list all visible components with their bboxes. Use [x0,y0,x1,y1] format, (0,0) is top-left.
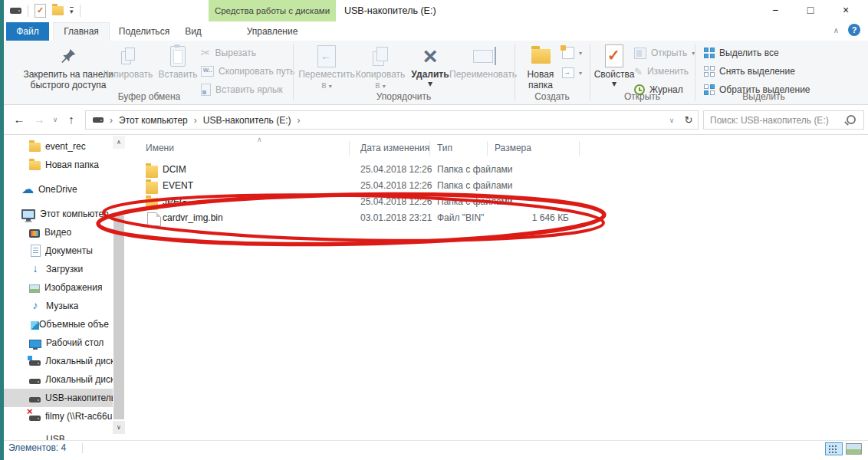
back-button[interactable]: ← [10,110,28,129]
scissors-icon: ✂ [201,46,211,60]
properties-button[interactable]: Свойства ▾ [594,42,634,87]
refresh-icon[interactable]: ↻ [679,114,698,126]
sidebar-item-icon [31,245,41,257]
file-row[interactable]: EVENT 25.04.2018 12:26 Папка с файлами [125,178,868,194]
copy-button[interactable]: Копировать [100,42,156,80]
drive-icon[interactable] [10,8,21,14]
breadcrumb-separator-icon: › [194,115,197,126]
rename-button[interactable]: Переименовать [454,42,512,80]
sidebar-item[interactable]: filmy (\\Rt-ac66u [4,407,113,426]
column-header-size[interactable]: Размера [495,143,531,153]
customize-toolbar-icon[interactable]: ▾ [70,7,74,15]
new-folder-button[interactable]: Новая папка [521,42,561,90]
easy-access-icon [562,67,574,78]
sidebar-item[interactable]: Этот компьютер [4,205,113,223]
sidebar-item[interactable]: USB-накопитель [4,389,113,407]
sidebar-item[interactable]: Видео [4,223,113,242]
sidebar-item[interactable]: Документы [4,242,113,260]
paste-button[interactable]: Вставить [156,42,200,80]
cut-button[interactable]: ✂ Вырезать [201,44,256,61]
sidebar-item[interactable]: Музыка [4,297,113,315]
sort-ascending-icon: ∧ [257,136,262,143]
sidebar-item[interactable]: OneDrive [4,180,113,199]
tab-view[interactable]: Вид [176,22,211,41]
file-date: 25.04.2018 12:26 [360,194,432,210]
dropdown-icon: ▾ [612,80,616,87]
group-label-clipboard: Буфер обмена [5,91,293,102]
sidebar-item-icon [29,360,41,366]
open-button[interactable]: Открыть ▾ [634,44,695,61]
edit-button[interactable]: ✎ Изменить [634,63,689,80]
easy-access-button[interactable]: ▾ [562,64,582,81]
select-all-button[interactable]: Выделить все [704,44,779,61]
column-header-type[interactable]: Тип [437,143,452,153]
column-divider[interactable] [487,141,488,156]
properties-icon[interactable] [35,4,46,18]
maximize-button[interactable]: □ [793,0,828,21]
file-row[interactable]: cardvr_img.bin 03.01.2018 23:21 Файл "BI… [125,210,868,226]
sidebar-item-icon [29,263,41,275]
file-icon [147,212,161,226]
search-input[interactable] [704,111,847,129]
sidebar-item-icon [29,379,41,384]
sidebar-item[interactable]: Изображения [4,278,113,297]
sidebar-item[interactable]: Локальный диск [4,352,113,370]
sidebar-item[interactable]: USB [4,430,113,441]
tab-home[interactable]: Главная [53,22,110,41]
column-header-name[interactable]: Имени [146,143,174,153]
select-none-button[interactable]: Снять выделение [704,63,795,80]
copy-to-button[interactable]: Копировать в ▾ [354,42,406,90]
scroll-down-icon[interactable]: ∨ [113,421,125,434]
thumbnails-view-button[interactable] [846,443,862,455]
file-row[interactable]: DCIM 25.04.2018 12:26 Папка с файлами [125,162,868,178]
sidebar-item[interactable]: Новая папка [4,156,113,174]
column-divider[interactable] [579,141,580,156]
column-divider[interactable] [429,141,430,156]
new-item-button[interactable]: ▾ [562,44,582,61]
sidebar-item-icon [29,161,41,170]
sidebar-item[interactable]: Загрузки [4,260,113,278]
sidebar-scrollbar: ∧ ∨ [113,136,125,441]
sidebar-item[interactable]: Объемные объе [4,315,113,334]
file-type: Папка с файлами [437,162,513,178]
address-bar[interactable]: › Этот компьютер › USB-накопитель (E:) ›… [85,110,699,130]
move-to-button[interactable]: Переместить в ▾ [299,42,354,90]
minimize-button[interactable]: − [758,0,793,21]
sidebar-item[interactable]: Рабочий стол [4,334,113,352]
close-button[interactable]: × [828,0,863,21]
copy-path-button[interactable]: Скопировать путь [201,63,294,80]
breadcrumb-this-pc[interactable]: Этот компьютер [119,115,188,126]
scrollbar-thumb[interactable] [113,215,124,419]
sidebar-item-label: Изображения [44,282,102,293]
sidebar-item[interactable]: Локальный диск [4,370,113,389]
new-folder-icon[interactable] [52,6,64,15]
file-icon [146,198,158,210]
delete-button[interactable]: × Удалить ▾ [406,42,454,87]
address-dropdown-icon[interactable]: ∨ [664,117,679,124]
new-item-icon [562,47,574,59]
pin-icon [60,42,77,70]
details-view-button[interactable] [825,442,843,455]
status-bar: Элементов: 4 [4,440,868,456]
tab-manage[interactable]: Управление [216,22,328,41]
breadcrumb-usb-drive[interactable]: USB-накопитель (E:) [203,115,291,126]
recent-locations-icon[interactable]: ∨ [50,110,61,129]
scroll-up-icon[interactable]: ∧ [113,136,125,149]
column-header-date[interactable]: Дата изменения [360,143,429,153]
paste-icon [170,46,186,67]
file-type: Папка с файлами [437,194,513,210]
sidebar-item[interactable]: event_rec [4,137,113,156]
tab-file[interactable]: Файл [6,22,49,41]
forward-button[interactable]: → [30,110,48,129]
file-date: 03.01.2018 23:21 [360,210,432,226]
file-row[interactable]: JPEG 25.04.2018 12:26 Папка с файлами [125,194,868,210]
search-icon[interactable] [847,115,856,124]
collapse-ribbon-icon[interactable]: ∧ [833,26,839,34]
sidebar-item-label: Этот компьютер [40,209,109,219]
sidebar-item-icon [29,416,41,421]
column-divider[interactable] [349,141,350,156]
tab-share[interactable]: Поделиться [113,22,176,41]
breadcrumb-separator-icon: › [298,115,301,126]
help-icon[interactable]: ? [848,24,860,36]
up-button[interactable]: ↑ [62,110,81,129]
